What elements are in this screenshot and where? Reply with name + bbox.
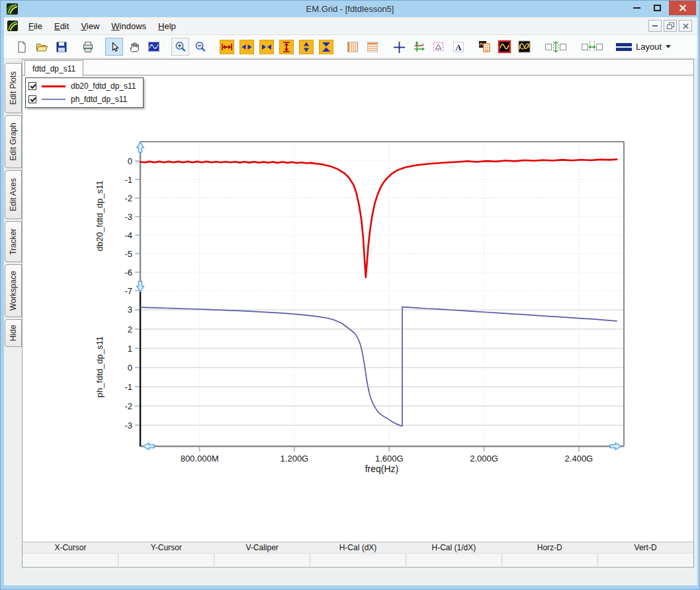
status-value-cell <box>502 554 598 566</box>
marker-triangle-button[interactable] <box>429 38 447 56</box>
fit-y-button[interactable] <box>317 38 335 56</box>
y-tick-label: -3 <box>124 420 132 430</box>
status-header-row: X-Cursor Y-Cursor V-Caliper H-Cal (dX) H… <box>22 542 693 554</box>
expand-y-icon <box>279 40 294 54</box>
waves-plot-button[interactable] <box>515 38 533 56</box>
select-tool-button[interactable] <box>105 38 123 56</box>
sidebar-tab-edit-graph[interactable]: Edit Graph <box>5 115 22 168</box>
title-bar[interactable]: EM.Grid - [fdtdlesson5] <box>1 1 699 17</box>
mdi-close-button[interactable] <box>679 20 692 32</box>
horizontal-grid-icon <box>366 40 379 54</box>
open-folder-icon <box>35 40 48 54</box>
legend-line-sample <box>42 99 66 100</box>
mdi-restore-button[interactable] <box>664 20 677 32</box>
y-tick-label: -1 <box>124 382 132 392</box>
new-document-button[interactable] <box>13 38 30 56</box>
toolbar-separator <box>72 46 79 47</box>
close-button[interactable] <box>669 1 696 15</box>
y-tick-label: 0 <box>128 156 132 166</box>
status-value-cell <box>118 554 214 566</box>
mdi-window-controls <box>648 20 692 32</box>
menu-help[interactable]: Help <box>152 18 182 34</box>
split-vertical-button[interactable] <box>542 38 570 56</box>
vertical-grid-button[interactable] <box>343 38 361 56</box>
layout-button[interactable]: Layout <box>616 42 671 52</box>
layout-label: Layout <box>636 42 662 52</box>
mdi-minimize-button[interactable] <box>648 20 662 32</box>
y-tick-label: 3 <box>128 305 132 315</box>
sidebar-tab-edit-plots[interactable]: Edit Plots <box>5 63 22 113</box>
fit-x-button[interactable] <box>257 38 275 56</box>
close-icon <box>679 4 687 12</box>
axis-pan-arrow-up[interactable] <box>137 142 144 152</box>
pan-hand-icon <box>128 40 141 54</box>
toolbar-separator <box>165 46 171 47</box>
pan-tool-button[interactable] <box>125 38 143 56</box>
zoom-out-button[interactable] <box>191 38 209 56</box>
expand-x-button[interactable] <box>218 38 236 56</box>
crosshair-button[interactable] <box>390 38 408 56</box>
series-ph_fdtd_dp_s11[interactable] <box>140 307 617 426</box>
menu-windows[interactable]: Windows <box>105 18 152 34</box>
legend-checkbox[interactable] <box>28 95 36 103</box>
sidebar-tab-workspace[interactable]: Workspace <box>5 264 22 317</box>
text-label-button[interactable]: A <box>449 38 467 56</box>
y-axis-title-top: db20_fdtd_dp_s11 <box>95 181 105 252</box>
window-title: EM.Grid - [fdtdlesson5] <box>1 4 699 14</box>
expand-y-button[interactable] <box>277 38 295 56</box>
shrink-y-icon <box>299 40 314 54</box>
side-tab-strip: Edit Plots Edit Graph Edit Axes Tracker … <box>5 63 22 347</box>
cursor-arrow-icon <box>108 40 121 54</box>
axes-button[interactable] <box>410 38 427 56</box>
axis-pan-arrow-down[interactable] <box>137 281 144 291</box>
minimize-button[interactable] <box>627 1 647 15</box>
shrink-x-icon <box>240 40 254 54</box>
mdi-close-icon <box>683 23 689 29</box>
shrink-x-button[interactable] <box>238 38 255 56</box>
x-tick-label: 800.000M <box>181 454 219 464</box>
sidebar-tab-hide[interactable]: Hide <box>5 319 22 347</box>
new-document-icon <box>15 40 28 54</box>
status-col-h-cal-1dx: H-Cal (1/dX) <box>406 542 502 553</box>
save-button[interactable] <box>52 38 70 56</box>
plot-tab-fdtd-dp-s11[interactable]: fdtd_dp_s11 <box>24 60 83 76</box>
y-tick-label: 2 <box>128 324 132 334</box>
legend-checkbox[interactable] <box>28 82 36 90</box>
y-tick-label: 0 <box>128 363 132 373</box>
mdi-restore-icon <box>667 23 674 30</box>
menu-file[interactable]: File <box>22 18 48 34</box>
series-db20_fdtd_dp_s11[interactable] <box>140 160 617 277</box>
toolbar-separator <box>99 46 105 47</box>
sidebar-tab-tracker[interactable]: Tracker <box>5 221 22 262</box>
axis-pan-arrow-right[interactable] <box>610 443 621 450</box>
legend-item-ph[interactable]: ph_fdtd_dp_s11 <box>28 93 136 106</box>
chart-area[interactable]: 0-1-2-3-4-5-6-73210-1-2-3800.000M1.200G1… <box>22 60 693 567</box>
y-tick-label: -7 <box>124 286 132 296</box>
save-floppy-icon <box>55 40 68 54</box>
horizontal-grid-button[interactable] <box>363 38 381 56</box>
zoom-in-icon <box>174 40 187 54</box>
vertical-grid-icon <box>346 40 359 54</box>
split-horizontal-button[interactable] <box>578 38 606 56</box>
axis-pan-arrow-left[interactable] <box>143 443 154 450</box>
shrink-y-button[interactable] <box>297 38 315 56</box>
menu-edit[interactable]: Edit <box>48 18 75 34</box>
x-tick-label: 2.000G <box>470 454 498 464</box>
menu-view[interactable]: View <box>75 18 105 34</box>
legend-notes-button[interactable] <box>476 38 494 56</box>
split-horizontal-icon <box>581 40 603 54</box>
waves-plot-icon <box>517 40 531 54</box>
print-button[interactable] <box>79 38 97 56</box>
layout-icon <box>616 43 632 51</box>
maximize-button[interactable] <box>647 1 668 15</box>
open-button[interactable] <box>32 38 50 56</box>
legend-item-db20[interactable]: db20_fdtd_dp_s11 <box>28 79 136 93</box>
y-axis-title-bottom: ph_fdtd_dp_s11 <box>95 336 105 397</box>
zoom-in-button[interactable] <box>171 38 189 56</box>
mdi-minimize-icon <box>652 25 658 26</box>
toolbar-separator <box>383 46 390 47</box>
plot-trace-button[interactable] <box>145 38 163 56</box>
sidebar-tab-edit-axes[interactable]: Edit Axes <box>5 170 22 219</box>
zoom-out-icon <box>194 40 207 54</box>
red-frame-plot-button[interactable] <box>496 38 513 56</box>
